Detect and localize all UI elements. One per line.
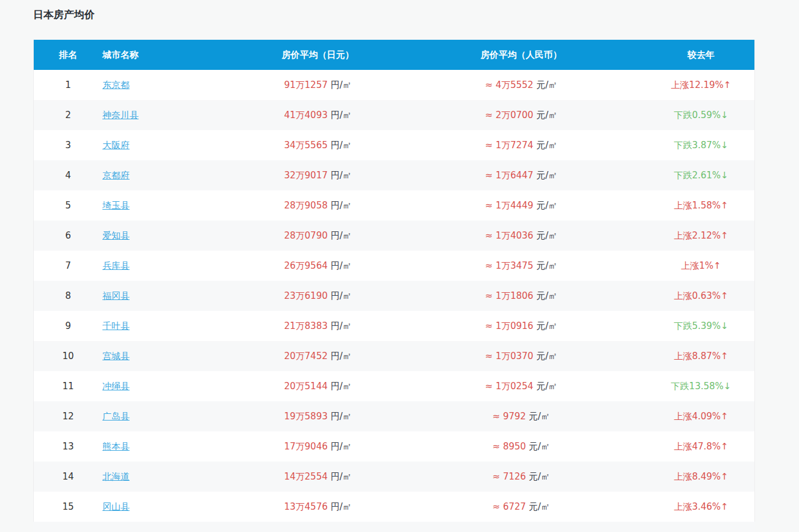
price-jpy-value: 19万5893 bbox=[284, 411, 327, 422]
price-rmb-cell: ≈ 1万4036 元/㎡ bbox=[395, 221, 648, 251]
city-link[interactable]: 神奈川县 bbox=[102, 110, 139, 120]
city-link[interactable]: 兵库县 bbox=[102, 260, 130, 271]
price-rmb-value: ≈ 7126 bbox=[492, 471, 526, 482]
city-link[interactable]: 京都府 bbox=[102, 170, 130, 181]
city-link[interactable]: 埼玉县 bbox=[102, 200, 130, 211]
change-rise-text: 上涨8.87%↑ bbox=[674, 351, 728, 361]
rank-cell: 4 bbox=[34, 160, 102, 190]
price-rmb-value: ≈ 1万4449 bbox=[485, 200, 533, 211]
price-jpy-unit: 円/㎡ bbox=[328, 351, 352, 361]
price-rmb-value: ≈ 9792 bbox=[492, 411, 526, 422]
price-rmb-cell: ≈ 9792 元/㎡ bbox=[395, 401, 648, 431]
table-row: 7兵库县26万9564 円/㎡≈ 1万3475 元/㎡上涨1%↑ bbox=[34, 251, 754, 281]
change-cell: 上涨12.19%↑ bbox=[648, 70, 754, 100]
price-jpy-unit: 円/㎡ bbox=[328, 140, 352, 151]
price-jpy-unit: 円/㎡ bbox=[328, 441, 352, 452]
price-jpy-cell: 19万5893 円/㎡ bbox=[241, 401, 395, 431]
price-rmb-unit: 元/㎡ bbox=[533, 230, 557, 241]
city-link[interactable]: 宫城县 bbox=[102, 351, 130, 361]
column-header-price-jpy: 房价平均（日元） bbox=[241, 40, 395, 70]
city-link[interactable]: 大阪府 bbox=[102, 140, 130, 151]
price-rmb-cell: ≈ 1万0916 元/㎡ bbox=[395, 311, 648, 341]
rank-cell: 10 bbox=[34, 341, 102, 371]
city-link[interactable]: 北海道 bbox=[102, 471, 130, 482]
change-cell: 上涨3.46%↑ bbox=[648, 492, 754, 522]
city-cell: 京都府 bbox=[102, 160, 241, 190]
price-rmb-unit: 元/㎡ bbox=[526, 411, 550, 422]
rank-cell: 2 bbox=[34, 100, 102, 130]
price-jpy-unit: 円/㎡ bbox=[328, 200, 352, 211]
price-rmb-cell: ≈ 6727 元/㎡ bbox=[395, 492, 648, 522]
table-row: 4京都府32万9017 円/㎡≈ 1万6447 元/㎡下跌2.61%↓ bbox=[34, 160, 754, 190]
price-rmb-unit: 元/㎡ bbox=[533, 170, 557, 181]
city-cell: 宫城县 bbox=[102, 341, 241, 371]
price-jpy-cell: 13万4576 円/㎡ bbox=[241, 492, 395, 522]
rank-cell: 7 bbox=[34, 251, 102, 281]
price-table-container: 排名 城市名称 房价平均（日元） 房价平均（人民币） 较去年 1东京都91万12… bbox=[33, 40, 755, 522]
change-rise-text: 上涨47.8%↑ bbox=[674, 441, 728, 452]
city-cell: 广岛县 bbox=[102, 401, 241, 431]
price-rmb-cell: ≈ 1万6447 元/㎡ bbox=[395, 160, 648, 190]
partial-next-row bbox=[33, 522, 755, 532]
table-body: 1东京都91万1257 円/㎡≈ 4万5552 元/㎡上涨12.19%↑2神奈川… bbox=[34, 70, 754, 522]
table-row: 8福冈县23万6190 円/㎡≈ 1万1806 元/㎡上涨0.63%↑ bbox=[34, 281, 754, 311]
city-link[interactable]: 熊本县 bbox=[102, 441, 130, 452]
price-rmb-cell: ≈ 1万1806 元/㎡ bbox=[395, 281, 648, 311]
price-rmb-value: ≈ 1万4036 bbox=[485, 230, 533, 241]
city-cell: 神奈川县 bbox=[102, 100, 241, 130]
city-cell: 埼玉县 bbox=[102, 190, 241, 221]
price-jpy-value: 13万4576 bbox=[284, 501, 327, 512]
price-jpy-value: 26万9564 bbox=[284, 260, 327, 271]
table-row: 10宫城县20万7452 円/㎡≈ 1万0370 元/㎡上涨8.87%↑ bbox=[34, 341, 754, 371]
price-jpy-unit: 円/㎡ bbox=[328, 290, 352, 301]
price-jpy-cell: 28万0790 円/㎡ bbox=[241, 221, 395, 251]
change-cell: 下跌13.58%↓ bbox=[648, 371, 754, 401]
price-jpy-unit: 円/㎡ bbox=[328, 260, 352, 271]
rank-cell: 15 bbox=[34, 492, 102, 522]
price-rmb-unit: 元/㎡ bbox=[533, 200, 557, 211]
price-jpy-cell: 17万9046 円/㎡ bbox=[241, 431, 395, 462]
column-header-city: 城市名称 bbox=[102, 40, 241, 70]
city-cell: 北海道 bbox=[102, 462, 241, 492]
price-jpy-value: 91万1257 bbox=[284, 80, 327, 90]
price-rmb-value: ≈ 2万0700 bbox=[485, 110, 533, 120]
price-rmb-cell: ≈ 4万5552 元/㎡ bbox=[395, 70, 648, 100]
rank-cell: 12 bbox=[34, 401, 102, 431]
price-rmb-cell: ≈ 1万7274 元/㎡ bbox=[395, 130, 648, 160]
price-rmb-value: ≈ 1万3475 bbox=[485, 260, 533, 271]
city-cell: 东京都 bbox=[102, 70, 241, 100]
price-rmb-cell: ≈ 8950 元/㎡ bbox=[395, 431, 648, 462]
change-rise-text: 上涨3.46%↑ bbox=[674, 501, 728, 512]
city-link[interactable]: 爱知县 bbox=[102, 230, 130, 241]
price-jpy-cell: 91万1257 円/㎡ bbox=[241, 70, 395, 100]
price-rmb-value: ≈ 1万0254 bbox=[485, 381, 533, 392]
table-row: 6爱知县28万0790 円/㎡≈ 1万4036 元/㎡上涨2.12%↑ bbox=[34, 221, 754, 251]
table-row: 2神奈川县41万4093 円/㎡≈ 2万0700 元/㎡下跌0.59%↓ bbox=[34, 100, 754, 130]
change-cell: 上涨2.12%↑ bbox=[648, 221, 754, 251]
city-link[interactable]: 冈山县 bbox=[102, 501, 130, 512]
price-rmb-unit: 元/㎡ bbox=[526, 501, 550, 512]
price-rmb-value: ≈ 6727 bbox=[492, 501, 526, 512]
change-rise-text: 上涨1.58%↑ bbox=[674, 200, 728, 211]
table-row: 1东京都91万1257 円/㎡≈ 4万5552 元/㎡上涨12.19%↑ bbox=[34, 70, 754, 100]
price-rmb-value: ≈ 1万0370 bbox=[485, 351, 533, 361]
price-jpy-unit: 円/㎡ bbox=[328, 80, 352, 90]
price-rmb-value: ≈ 1万0916 bbox=[485, 321, 533, 331]
change-cell: 下跌0.59%↓ bbox=[648, 100, 754, 130]
city-cell: 福冈县 bbox=[102, 281, 241, 311]
price-rmb-unit: 元/㎡ bbox=[526, 441, 550, 452]
city-link[interactable]: 冲绳县 bbox=[102, 381, 130, 392]
column-header-price-rmb: 房价平均（人民币） bbox=[395, 40, 648, 70]
price-jpy-value: 20万5144 bbox=[284, 381, 327, 392]
city-link[interactable]: 千叶县 bbox=[102, 321, 130, 331]
city-link[interactable]: 广岛县 bbox=[102, 411, 130, 422]
price-jpy-value: 23万6190 bbox=[284, 290, 327, 301]
price-rmb-value: ≈ 4万5552 bbox=[485, 80, 533, 90]
change-cell: 上涨1%↑ bbox=[648, 251, 754, 281]
price-jpy-unit: 円/㎡ bbox=[328, 471, 352, 482]
price-rmb-cell: ≈ 7126 元/㎡ bbox=[395, 462, 648, 492]
city-link[interactable]: 福冈县 bbox=[102, 290, 130, 301]
table-row: 11冲绳县20万5144 円/㎡≈ 1万0254 元/㎡下跌13.58%↓ bbox=[34, 371, 754, 401]
price-rmb-unit: 元/㎡ bbox=[533, 110, 557, 120]
city-link[interactable]: 东京都 bbox=[102, 80, 130, 90]
